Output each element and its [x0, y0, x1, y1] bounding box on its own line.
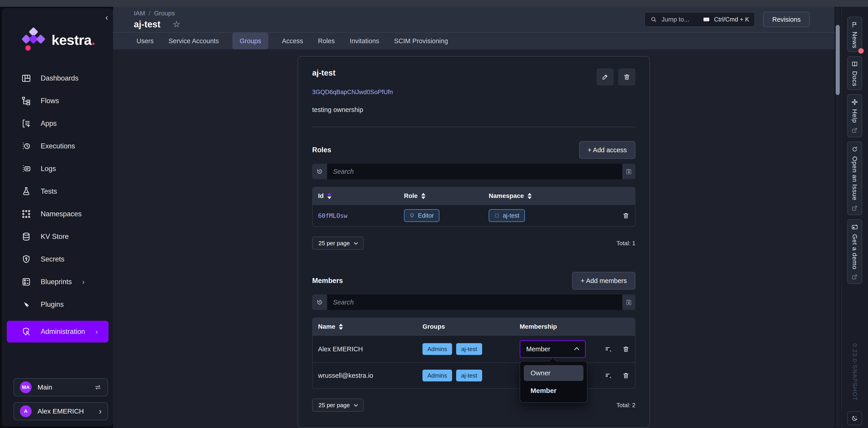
- jump-to-search[interactable]: Jump to... Ctrl/Cmd + K: [644, 12, 755, 27]
- details-search-icon[interactable]: [604, 345, 612, 353]
- user-menu[interactable]: A Alex EMERICH ›: [13, 402, 108, 420]
- sidebar-item-dashboards[interactable]: Dashboards: [2, 72, 113, 85]
- members-search-input[interactable]: [327, 294, 622, 310]
- roles-table-header: Id Role Namespace: [313, 187, 635, 204]
- book-icon: [851, 61, 858, 67]
- sidebar-item-label: Dashboards: [41, 74, 79, 82]
- delete-group-button[interactable]: [618, 68, 636, 86]
- sidebar-collapse-icon[interactable]: ‹: [105, 13, 108, 22]
- tab-invitations[interactable]: Invitations: [348, 37, 381, 45]
- add-members-button[interactable]: + Add members: [572, 272, 636, 290]
- group-badge-admins[interactable]: Admins: [423, 370, 452, 381]
- sidebar-item-apps[interactable]: Apps: [2, 117, 113, 130]
- help-button[interactable]: Help: [847, 94, 862, 138]
- main-area: IAM / Groups aj-test ☆ Jump to... Ctrl/C…: [113, 7, 835, 428]
- sidebar-item-label: Plugins: [41, 301, 64, 309]
- kestra-logo-icon: [21, 27, 46, 53]
- breadcrumb-separator: /: [149, 10, 151, 17]
- external-link-icon: [851, 205, 858, 211]
- add-access-button[interactable]: + Add access: [579, 141, 636, 159]
- column-name[interactable]: Name: [318, 323, 423, 330]
- sidebar-item-label: Secrets: [41, 255, 64, 263]
- roles-total: Total: 1: [616, 240, 636, 247]
- theme-toggle-button[interactable]: [847, 411, 862, 425]
- sidebar-item-tests[interactable]: Tests: [2, 185, 113, 198]
- group-badge-admins[interactable]: Admins: [423, 343, 452, 355]
- column-role[interactable]: Role: [404, 192, 489, 200]
- tab-groups[interactable]: Groups: [232, 33, 268, 49]
- edit-group-button[interactable]: [596, 68, 614, 86]
- sidebar-item-flows[interactable]: Flows: [2, 94, 113, 107]
- jump-to-placeholder: Jump to...: [661, 16, 699, 23]
- column-namespace[interactable]: Namespace: [489, 192, 617, 200]
- sidebar-item-administration[interactable]: Administration ›: [7, 321, 108, 342]
- save-filter-icon[interactable]: [622, 294, 636, 310]
- get-demo-button[interactable]: Get a demo: [847, 219, 862, 284]
- sidebar-item-secrets[interactable]: Secrets: [2, 253, 113, 265]
- tab-users[interactable]: Users: [135, 37, 155, 45]
- tab-access[interactable]: Access: [281, 37, 304, 45]
- breadcrumb-groups[interactable]: Groups: [154, 10, 175, 17]
- delete-role-button[interactable]: [617, 212, 629, 219]
- sidebar-item-executions[interactable]: Executions: [2, 140, 113, 152]
- sidebar-item-blueprints[interactable]: Blueprints ›: [2, 276, 113, 288]
- news-button[interactable]: News: [847, 17, 862, 52]
- keyboard-icon: [703, 16, 710, 23]
- group-badge-aj-test[interactable]: aj-test: [456, 343, 482, 355]
- member-name: wrussell@kestra.io: [318, 372, 423, 379]
- external-link-icon: [851, 274, 858, 280]
- roles-heading: Roles: [312, 146, 331, 154]
- column-id[interactable]: Id: [318, 192, 404, 200]
- role-badge[interactable]: Editor: [404, 209, 439, 222]
- sort-icon: [528, 193, 532, 199]
- tenant-switcher[interactable]: MA Main: [13, 378, 108, 396]
- trash-icon[interactable]: [622, 345, 629, 353]
- members-table: Name Groups Membership Alex EMERICH Admi…: [312, 318, 636, 389]
- table-row: 60fMLOsw Editor aj-test: [313, 204, 635, 226]
- sidebar-item-kv-store[interactable]: KV Store: [2, 230, 113, 243]
- dropdown-option-member[interactable]: Member: [524, 383, 583, 399]
- tab-service-accounts[interactable]: Service Accounts: [167, 37, 220, 45]
- namespace-badge[interactable]: aj-test: [489, 209, 525, 222]
- history-icon[interactable]: [312, 294, 327, 310]
- sidebar-item-label: Executions: [41, 142, 75, 150]
- kestra-logo-text: kestra.: [52, 32, 95, 48]
- page-header: IAM / Groups aj-test ☆ Jump to... Ctrl/C…: [113, 7, 835, 32]
- executions-icon: [21, 141, 31, 151]
- roles-search-input[interactable]: [327, 164, 622, 179]
- flag-icon: [851, 21, 858, 28]
- breadcrumb-iam[interactable]: IAM: [134, 10, 145, 17]
- membership-select[interactable]: Member: [520, 340, 586, 358]
- members-per-page-select[interactable]: 25 per page: [312, 399, 364, 412]
- dropdown-option-owner[interactable]: Owner: [524, 365, 583, 381]
- revisions-button[interactable]: Revisions: [763, 12, 810, 27]
- sidebar-item-logs[interactable]: Logs: [2, 163, 113, 175]
- sidebar-item-namespaces[interactable]: Namespaces: [2, 208, 113, 220]
- role-binding-id[interactable]: 60fMLOsw: [318, 212, 404, 219]
- docs-button[interactable]: Docs: [847, 56, 862, 90]
- details-search-icon[interactable]: [604, 372, 612, 379]
- sort-icon: [339, 324, 343, 330]
- kestra-logo[interactable]: kestra.: [21, 27, 113, 53]
- group-id[interactable]: 3GQD6qBapCNJwd0SoPfUfn: [312, 89, 636, 96]
- trash-icon[interactable]: [622, 372, 629, 379]
- scrollbar-thumb[interactable]: [836, 25, 840, 95]
- sidebar-item-label: Administration: [41, 327, 85, 336]
- chevron-down-icon: [354, 402, 358, 406]
- history-icon[interactable]: [312, 164, 327, 179]
- group-badge-aj-test[interactable]: aj-test: [456, 370, 482, 381]
- tab-roles[interactable]: Roles: [317, 37, 336, 45]
- members-heading: Members: [312, 277, 343, 285]
- sidebar-item-label: Flows: [41, 97, 59, 105]
- dots-grid-icon: [494, 213, 500, 218]
- page-title: aj-test: [134, 19, 160, 29]
- sidebar-item-plugins[interactable]: Plugins: [2, 298, 113, 311]
- roles-per-page-select[interactable]: 25 per page: [312, 237, 364, 250]
- iam-tabs: Users Service Accounts Groups Access Rol…: [113, 32, 835, 49]
- tab-scim[interactable]: SCIM Provisioning: [393, 37, 450, 45]
- column-membership: Membership: [520, 323, 596, 330]
- favorite-star-icon[interactable]: ☆: [173, 19, 180, 29]
- open-issue-button[interactable]: Open an Issue: [847, 141, 862, 215]
- save-filter-icon[interactable]: [622, 164, 636, 179]
- shield-icon: [409, 213, 415, 218]
